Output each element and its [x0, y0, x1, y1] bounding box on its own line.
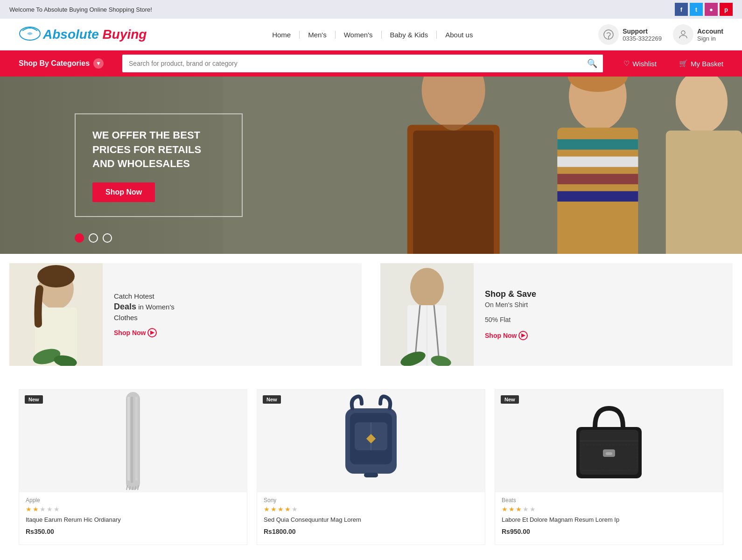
nav-mens[interactable]: Men's — [300, 31, 336, 39]
heart-icon: ♡ — [623, 59, 630, 68]
promo-women-bold: Deals in Women's — [114, 302, 175, 312]
promo-women-image — [9, 263, 103, 366]
hero-dots — [75, 233, 112, 243]
account-sign: Sign in — [697, 35, 723, 42]
promo-section: Catch Hotest Deals in Women's Clothes Sh… — [0, 254, 742, 375]
account-label: Account — [697, 28, 723, 35]
product-image-1: New — [19, 390, 247, 492]
svg-rect-11 — [557, 156, 638, 167]
product-stars-1: ★ ★ ★ ★ ★ — [19, 504, 247, 514]
svg-rect-32 — [135, 397, 138, 481]
account-block[interactable]: Account Sign in — [673, 24, 723, 45]
product-card-1: New Apple ★ ★ ★ ★ ★ Itaque Earum Rerum H… — [19, 389, 247, 545]
nav-aboutus[interactable]: About us — [437, 31, 481, 39]
svg-rect-30 — [127, 397, 130, 481]
svg-point-24 — [410, 268, 444, 307]
svg-rect-15 — [666, 131, 742, 254]
support-number: 0335-3322269 — [623, 35, 662, 42]
product-brand-3: Beats — [495, 492, 723, 504]
facebook-icon[interactable]: f — [675, 3, 688, 16]
svg-point-2 — [608, 38, 609, 39]
welcome-text: Welcome To Absolute Buying Online Shoppi… — [9, 6, 152, 13]
product-name-2: Sed Quia Consequuntur Mag Lorem — [257, 514, 485, 526]
products-grid: New Apple ★ ★ ★ ★ ★ Itaque Earum Rerum H… — [19, 389, 723, 545]
promo-men-image — [380, 263, 474, 366]
support-icon — [598, 24, 619, 45]
wishlist-button[interactable]: ♡ Wishlist — [612, 59, 668, 68]
header: Absolute Buying Home Men's Women's Baby … — [0, 19, 742, 50]
support-block: Support 0335-3322269 — [598, 24, 662, 45]
search-bar: 🔍 — [122, 55, 603, 72]
promo-women-shop-link[interactable]: Shop Now ▶ — [114, 328, 175, 337]
product-price-3: Rs950.00 — [495, 526, 723, 537]
promo-men-text: Shop & Save On Men's Shirt 50% Flat Shop… — [474, 280, 547, 350]
logo-buying: Buying — [103, 27, 147, 42]
search-button[interactable]: 🔍 — [581, 55, 603, 72]
arrow-circle-icon: ▶ — [147, 328, 157, 337]
svg-rect-43 — [364, 473, 378, 477]
hero-dot-2[interactable] — [89, 233, 98, 243]
product-stars-2: ★ ★ ★ ★ ★ — [257, 504, 485, 514]
svg-rect-31 — [131, 397, 133, 483]
account-text: Account Sign in — [697, 28, 723, 42]
pinterest-icon[interactable]: p — [720, 3, 733, 16]
promo-men-sub2: 50% Flat — [485, 316, 536, 323]
basket-button[interactable]: 🛒 My Basket — [668, 59, 723, 68]
promo-card-women: Catch Hotest Deals in Women's Clothes Sh… — [9, 263, 362, 366]
svg-point-20 — [37, 265, 75, 287]
promo-card-men: Shop & Save On Men's Shirt 50% Flat Shop… — [380, 263, 733, 366]
product-image-2: New — [257, 390, 485, 492]
basket-icon: 🛒 — [679, 59, 688, 68]
nav-home[interactable]: Home — [264, 31, 300, 39]
twitter-icon[interactable]: t — [690, 3, 703, 16]
svg-rect-7 — [413, 131, 494, 254]
new-badge-3: New — [501, 395, 519, 404]
svg-rect-13 — [557, 191, 638, 202]
toolbar: Shop By Categories ▼ 🔍 ♡ Wishlist 🛒 My B… — [0, 50, 742, 77]
hero-content: WE OFFER THE BEST PRICES FOR RETAILS AND… — [75, 113, 243, 217]
hero-banner: WE OFFER THE BEST PRICES FOR RETAILS AND… — [0, 77, 742, 254]
product-brand-1: Apple — [19, 492, 247, 504]
product-stars-3: ★ ★ ★ ★ ★ — [495, 504, 723, 514]
dropdown-arrow-icon: ▼ — [93, 58, 104, 69]
instagram-icon[interactable]: ● — [705, 3, 718, 16]
promo-men-shop-link[interactable]: Shop Now ▶ — [485, 331, 536, 340]
arrow-circle-icon-2: ▶ — [518, 331, 528, 340]
product-name-1: Itaque Earum Rerum Hic Ordianary — [19, 514, 247, 526]
promo-women-text: Catch Hotest Deals in Women's Clothes Sh… — [103, 283, 186, 347]
product-brand-2: Sony — [257, 492, 485, 504]
hero-text-box: WE OFFER THE BEST PRICES FOR RETAILS AND… — [75, 113, 243, 217]
nav-babykids[interactable]: Baby & Kids — [382, 31, 437, 39]
account-icon — [673, 24, 693, 45]
new-badge-1: New — [25, 395, 43, 404]
logo-absolute: Absolute — [43, 27, 99, 42]
support-label: Support — [623, 28, 662, 35]
hero-title: WE OFFER THE BEST PRICES FOR RETAILS AND… — [92, 128, 225, 171]
hero-shop-now-button[interactable]: Shop Now — [92, 182, 155, 202]
shop-by-categories-button[interactable]: Shop By Categories ▼ — [19, 58, 113, 69]
product-price-2: Rs1800.00 — [257, 526, 485, 537]
product-card-2: New Sony ★ ★ ★ ★ ★ Sed Quia Consequuntur… — [257, 389, 485, 545]
promo-women-tag: Catch Hotest — [114, 292, 175, 300]
search-input[interactable] — [122, 60, 581, 67]
promo-men-tag: Shop & Save — [485, 289, 536, 299]
product-card-3: New Beats ★ ★ ★ ★ ★ Labore Et Dolore Mag… — [495, 389, 723, 545]
product-name-3: Labore Et Dolore Magnam Resum Lorem Ip — [495, 514, 723, 526]
promo-men-sub1: On Men's Shirt — [485, 301, 536, 308]
logo[interactable]: Absolute Buying — [19, 24, 147, 45]
svg-rect-47 — [606, 452, 612, 455]
promo-women-clothes: Clothes — [114, 314, 175, 322]
support-text: Support 0335-3322269 — [623, 28, 662, 42]
nav-womens[interactable]: Women's — [336, 31, 382, 39]
hero-dot-1[interactable] — [75, 233, 84, 243]
product-price-1: Rs350.00 — [19, 526, 247, 537]
logo-icon — [19, 24, 41, 45]
products-section: New Apple ★ ★ ★ ★ ★ Itaque Earum Rerum H… — [0, 375, 742, 559]
hero-dot-3[interactable] — [103, 233, 112, 243]
social-icons: f t ● p — [675, 3, 733, 16]
product-image-3: New — [495, 390, 723, 492]
svg-point-3 — [681, 31, 685, 35]
new-badge-2: New — [263, 395, 281, 404]
main-nav: Home Men's Women's Baby & Kids About us — [264, 31, 481, 39]
svg-rect-12 — [557, 174, 638, 184]
